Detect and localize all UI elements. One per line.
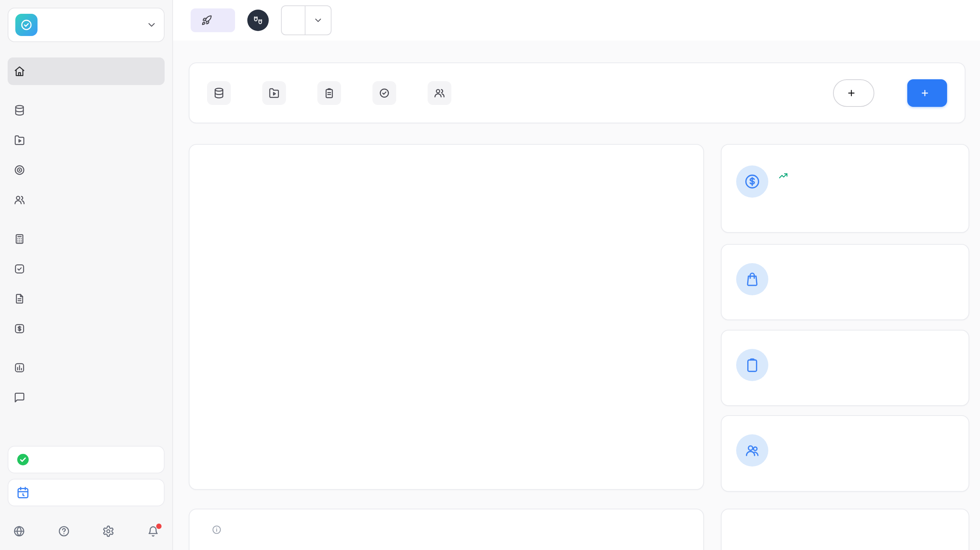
calculator-icon xyxy=(14,233,25,245)
users-icon xyxy=(14,194,25,206)
stat-integracoes xyxy=(207,81,238,105)
stat-componentes xyxy=(317,81,349,105)
sidebar xyxy=(0,0,173,550)
impersonate-button[interactable] xyxy=(247,10,269,31)
kpi-comissoes-card xyxy=(721,144,969,233)
sidebar-footer xyxy=(0,513,172,550)
stat-membros xyxy=(428,81,459,105)
chevron-down-icon xyxy=(146,20,157,30)
workspace-avatar xyxy=(15,14,38,36)
sidebar-item-metas[interactable] xyxy=(8,156,165,184)
sidebar-item-membros[interactable] xyxy=(8,186,165,214)
stats-bar xyxy=(189,62,965,123)
file-text-icon xyxy=(14,293,25,304)
ranking-card xyxy=(721,509,969,550)
calc-alert[interactable] xyxy=(8,479,165,506)
shopping-bag-icon xyxy=(736,263,768,295)
novo-plano-button[interactable] xyxy=(833,79,874,107)
sync-alert[interactable] xyxy=(8,446,165,473)
sidebar-item-aprovacoes[interactable] xyxy=(8,255,165,283)
notifications-button[interactable] xyxy=(147,525,159,539)
account-selector[interactable] xyxy=(281,5,332,35)
settings-icon xyxy=(102,525,114,537)
dollar-square-icon xyxy=(14,323,25,334)
notification-dot xyxy=(156,524,162,529)
users-icon xyxy=(428,81,451,105)
check-circle-icon xyxy=(16,453,30,467)
plus-icon xyxy=(920,88,929,98)
kpi-body xyxy=(736,434,954,467)
chart-legend xyxy=(650,172,686,178)
sidebar-nav xyxy=(0,50,172,446)
kpi-body xyxy=(736,263,954,295)
kpi-comissionados-card xyxy=(721,415,969,492)
legend-vendas[interactable] xyxy=(676,172,686,178)
sidebar-item-extratos[interactable] xyxy=(8,285,165,313)
sidebar-item-relatorios[interactable] xyxy=(8,354,165,381)
activities-header xyxy=(206,525,686,535)
globe-icon xyxy=(13,525,25,537)
nova-fonte-dados-button[interactable] xyxy=(907,79,947,107)
kpi-body xyxy=(736,165,954,198)
legend-dot-blue xyxy=(676,172,682,178)
sidebar-alerts xyxy=(0,446,172,513)
badge-check-icon xyxy=(372,81,396,105)
calendar-clock-icon xyxy=(16,486,30,499)
globe-button[interactable] xyxy=(13,525,25,539)
database-icon xyxy=(14,105,25,116)
clipboard-icon xyxy=(736,349,768,381)
home-icon xyxy=(14,65,25,77)
sidebar-item-dashboard[interactable] xyxy=(8,57,165,85)
users-round-icon xyxy=(736,434,768,467)
trending-up-icon xyxy=(778,171,788,181)
database-icon xyxy=(207,81,231,105)
activities-card xyxy=(189,509,704,550)
kpi-body xyxy=(736,349,954,381)
masks-icon xyxy=(252,15,264,26)
rocket-icon xyxy=(201,15,212,26)
help-button[interactable] xyxy=(58,525,70,539)
topbar xyxy=(173,0,980,41)
sidebar-item-planos[interactable] xyxy=(8,126,165,154)
help-icon xyxy=(58,525,70,537)
folder-play-icon xyxy=(262,81,286,105)
circle-dollar-icon xyxy=(736,165,768,198)
message-square-icon xyxy=(14,392,25,403)
dashboard-page xyxy=(0,0,980,550)
sidebar-item-more[interactable] xyxy=(8,384,165,411)
target-icon xyxy=(14,164,25,176)
clipboard-list-icon xyxy=(317,81,341,105)
kpi-vendas-totais-card xyxy=(721,244,969,320)
legend-dot-green xyxy=(650,172,656,178)
workspace-switcher[interactable] xyxy=(8,8,165,42)
sidebar-item-integracoes[interactable] xyxy=(8,97,165,124)
chevron-down-icon[interactable] xyxy=(305,6,331,34)
account-selector-label xyxy=(282,6,305,34)
settings-button[interactable] xyxy=(102,525,114,539)
kpi-main xyxy=(778,165,796,181)
sidebar-item-calculos[interactable] xyxy=(8,225,165,253)
onboarding-pill[interactable] xyxy=(191,8,235,32)
plus-icon xyxy=(847,88,856,98)
sidebar-item-repasses[interactable] xyxy=(8,315,165,342)
legend-comissoes[interactable] xyxy=(650,172,660,178)
kpi-delta-row xyxy=(778,170,796,181)
kpi-transacoes-card xyxy=(721,330,969,406)
evolution-chart-card xyxy=(189,144,704,490)
folder-play-icon xyxy=(14,134,25,146)
info-icon[interactable] xyxy=(212,525,222,535)
stat-metas xyxy=(372,81,404,105)
stat-planos xyxy=(262,81,294,105)
bar-chart-icon xyxy=(14,362,25,373)
check-square-icon xyxy=(14,263,25,275)
